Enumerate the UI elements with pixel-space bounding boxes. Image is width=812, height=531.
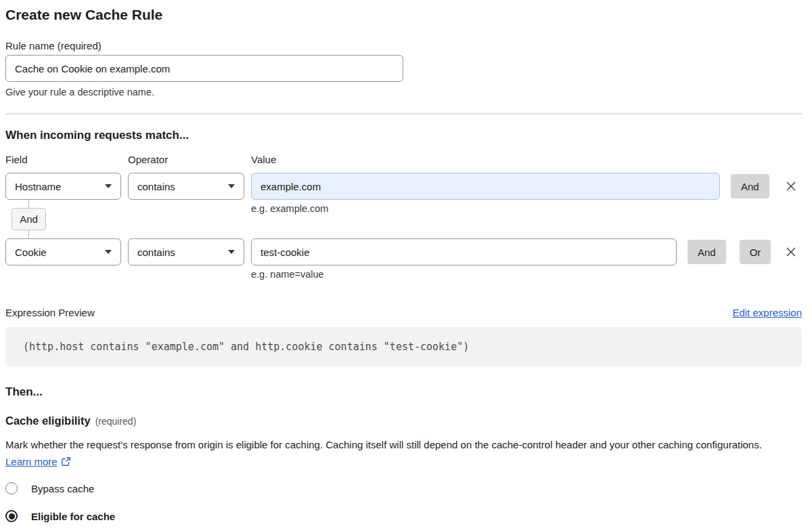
operator-column-label: Operator (128, 154, 244, 165)
description-text: Mark whether the request’s response from… (5, 439, 762, 450)
value-input-1[interactable] (251, 173, 720, 200)
value-input-2[interactable] (251, 238, 677, 266)
expression-code-block: (http.host contains "example.com" and ht… (5, 327, 802, 366)
operator-select-1[interactable]: contains (128, 173, 244, 200)
radio-selected-icon[interactable] (5, 510, 18, 522)
learn-more-link[interactable]: Learn more (5, 456, 58, 467)
condition-column-labels: Field Operator Value (5, 154, 802, 165)
connector-region: And e.g. example.com (5, 200, 802, 238)
condition-row-1: Hostname contains And (5, 173, 802, 200)
field-select-1[interactable]: Hostname (5, 173, 121, 200)
chevron-down-icon (228, 250, 235, 254)
and-button-row-2[interactable]: And (687, 240, 726, 264)
field-column-label: Field (5, 154, 121, 165)
cache-eligibility-title: Cache eligibility (5, 415, 91, 427)
and-connector-button[interactable]: And (12, 208, 46, 230)
operator-select-2[interactable]: contains (128, 238, 244, 266)
rule-name-label: Rule name (required) (5, 40, 802, 51)
operator-select-1-value: contains (137, 181, 175, 192)
expression-preview-header: Expression Preview Edit expression (5, 307, 802, 318)
then-heading: Then... (5, 385, 802, 399)
match-heading: When incoming requests match... (5, 129, 802, 142)
remove-condition-2-icon[interactable] (784, 245, 798, 259)
required-tag: (required) (95, 416, 137, 427)
field-select-1-value: Hostname (15, 181, 61, 192)
section-divider (5, 113, 802, 114)
condition-row-2: Cookie contains And Or (5, 238, 802, 266)
rule-name-helper: Give your rule a descriptive name. (5, 87, 802, 98)
value-1-helper: e.g. example.com (251, 203, 328, 214)
cache-eligibility-heading: Cache eligibility(required) (5, 415, 802, 427)
value-column-label: Value (251, 154, 276, 165)
field-select-2-value: Cookie (15, 247, 47, 258)
radio-option-bypass-cache[interactable]: Bypass cache (5, 482, 802, 494)
expression-preview-label: Expression Preview (5, 307, 95, 318)
chevron-down-icon (228, 184, 235, 188)
chevron-down-icon (105, 184, 112, 188)
expression-code: (http.host contains "example.com" and ht… (23, 341, 469, 353)
radio-unselected-icon[interactable] (5, 482, 18, 494)
bypass-cache-label: Bypass cache (31, 483, 94, 494)
value-2-helper: e.g. name=value (251, 269, 802, 280)
operator-select-2-value: contains (137, 247, 175, 258)
page-title: Create new Cache Rule (5, 7, 802, 23)
edit-expression-link[interactable]: Edit expression (732, 307, 802, 318)
external-link-icon (61, 454, 71, 471)
create-cache-rule-page: Create new Cache Rule Rule name (require… (0, 0, 812, 522)
field-select-2[interactable]: Cookie (5, 238, 121, 266)
chevron-down-icon (105, 250, 112, 254)
or-button-row-2[interactable]: Or (740, 240, 771, 264)
radio-dot (9, 513, 15, 519)
eligible-for-cache-label: Eligible for cache (31, 511, 115, 522)
and-button-row-1[interactable]: And (731, 174, 769, 198)
connector-line-top (28, 200, 29, 208)
connector-line-bottom (28, 230, 29, 238)
rule-name-input[interactable] (5, 55, 403, 82)
cache-eligibility-description: Mark whether the request’s response from… (5, 436, 782, 471)
radio-option-eligible-for-cache[interactable]: Eligible for cache (5, 510, 802, 522)
remove-condition-1-icon[interactable] (784, 179, 798, 193)
